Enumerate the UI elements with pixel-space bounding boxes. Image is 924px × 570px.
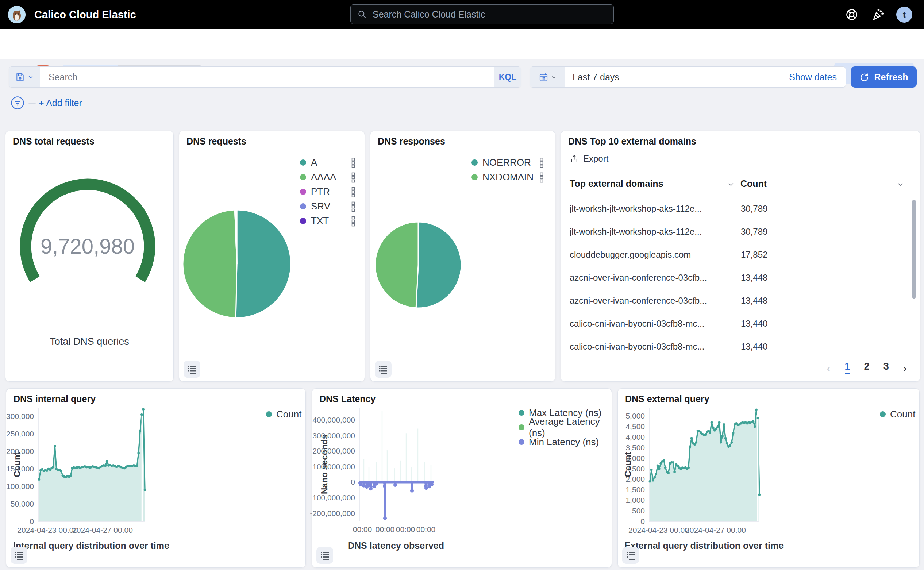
- panel-dns-internal-query: DNS internal query Count 300,000250,0002…: [6, 388, 306, 568]
- x-axis-title: Internal query distribution over time: [13, 541, 169, 551]
- area-chart[interactable]: 300,000250,000200,000150,000100,00050,00…: [38, 408, 145, 522]
- y-axis-tick: 300,000,000: [313, 431, 355, 440]
- legend-label: AAAA: [311, 172, 336, 183]
- refresh-icon: [860, 72, 869, 82]
- table-row[interactable]: azcni-over-ivan-conference-03cfb... 13,4…: [567, 267, 914, 290]
- chevron-down-icon[interactable]: [896, 181, 904, 189]
- legend-actions-icon[interactable]: [351, 216, 356, 228]
- page-number[interactable]: 2: [864, 361, 870, 374]
- legend-item[interactable]: Average Latency (ns): [519, 420, 611, 435]
- legend-actions-icon[interactable]: [540, 172, 544, 184]
- legend-toggle-icon[interactable]: [375, 361, 392, 378]
- legend-label: PTR: [311, 186, 330, 198]
- legend-item[interactable]: SRV: [300, 199, 356, 213]
- pie-legend: A AAAA PTR SRV: [300, 155, 356, 228]
- panel-title: DNS Top 10 external domains: [568, 136, 696, 147]
- search-icon: [357, 9, 367, 19]
- legend-item[interactable]: NXDOMAIN: [472, 170, 544, 184]
- legend-item[interactable]: AAAA: [300, 170, 356, 184]
- legend-item[interactable]: Count: [880, 407, 915, 421]
- legend-actions-icon[interactable]: [540, 158, 544, 170]
- table-body: jlt-worksh-jlt-workshop-aks-112e... 30,7…: [567, 198, 914, 359]
- y-axis-tick: 2,500: [625, 464, 645, 473]
- legend-item[interactable]: TXT: [300, 213, 356, 228]
- table-row[interactable]: jlt-worksh-jlt-workshop-aks-112e... 30,7…: [567, 198, 914, 221]
- time-range-value[interactable]: Last 7 days: [565, 67, 789, 87]
- page-number[interactable]: 3: [884, 361, 889, 374]
- legend-actions-icon[interactable]: [351, 172, 356, 184]
- chart-legend: Count: [880, 407, 915, 421]
- legend-actions-icon[interactable]: [351, 201, 356, 213]
- chart-legend: Max Latency (ns) Average Latency (ns) Mi…: [519, 405, 611, 449]
- gauge-chart[interactable]: [15, 173, 161, 294]
- y-axis-tick: 200,000: [6, 447, 34, 456]
- y-axis-tick: 4,500: [625, 422, 645, 431]
- latency-chart[interactable]: 400,000,000300,000,000200,000,000100,000…: [359, 408, 433, 521]
- count-cell: 17,852: [732, 244, 899, 266]
- panel-title: DNS internal query: [14, 394, 96, 405]
- legend-dot-icon: [519, 410, 524, 416]
- legend-label: NOERROR: [483, 157, 531, 168]
- legend-label: Count: [276, 409, 302, 420]
- kql-language-button[interactable]: KQL: [495, 67, 521, 87]
- x-axis-tick: 2024-04-23 00:00: [17, 526, 78, 535]
- filter-menu-icon[interactable]: [10, 96, 25, 112]
- table-scrollbar[interactable]: [912, 199, 916, 299]
- y-axis-tick: 2,000: [625, 475, 645, 484]
- y-axis-tick: 50,000: [11, 500, 34, 508]
- y-axis-tick: -100,000,000: [310, 493, 355, 502]
- pie-chart[interactable]: [374, 221, 462, 309]
- panel-dns-external-query: DNS external query Count 5,0004,5004,000…: [618, 388, 919, 568]
- count-cell: 13,448: [732, 290, 899, 312]
- dashboard-toolbar: c Dashboard DNS Dashboard Full screenSha…: [0, 29, 924, 59]
- table-row[interactable]: calico-cni-ivan-byocni-03cfb8-mc... 13,4…: [567, 313, 914, 336]
- legend-item[interactable]: A: [300, 155, 356, 170]
- column-header-count[interactable]: Count: [740, 178, 767, 189]
- legend-toggle-icon[interactable]: [184, 361, 200, 378]
- column-header-domains[interactable]: Top external domains: [570, 178, 664, 189]
- x-axis-title: External query distribution over time: [624, 541, 783, 551]
- legend-actions-icon[interactable]: [351, 187, 356, 199]
- table-row[interactable]: calico-cni-ivan-byocni-03cfb8-mc... 13,4…: [567, 336, 914, 359]
- datepicker-menu[interactable]: [530, 67, 565, 87]
- legend-toggle-icon[interactable]: [622, 547, 639, 564]
- table-row[interactable]: jlt-worksh-jlt-workshop-aks-112e... 30,7…: [567, 221, 914, 244]
- pie-chart[interactable]: [182, 209, 291, 319]
- saved-query-menu[interactable]: [9, 67, 40, 87]
- help-icon[interactable]: [844, 6, 860, 23]
- legend-toggle-icon[interactable]: [11, 547, 28, 564]
- chart-legend: Count: [266, 407, 302, 421]
- domain-cell: calico-cni-ivan-byocni-03cfb8-mc...: [570, 336, 704, 358]
- legend-toggle-icon[interactable]: [316, 547, 333, 564]
- refresh-button[interactable]: Refresh: [851, 66, 917, 87]
- global-search-input[interactable]: [372, 9, 607, 20]
- calico-logo-icon[interactable]: [8, 6, 26, 23]
- table-row[interactable]: azcni-over-ivan-conference-03cfb... 13,4…: [567, 290, 914, 313]
- table-row[interactable]: clouddebugger.googleapis.com 17,852: [567, 244, 914, 267]
- news-party-popper-icon[interactable]: [870, 6, 886, 23]
- legend-item[interactable]: Count: [266, 407, 302, 421]
- legend-label: A: [311, 157, 317, 168]
- export-button[interactable]: Export: [570, 154, 608, 164]
- legend-dot-icon: [472, 174, 478, 180]
- page-number[interactable]: 1: [845, 361, 850, 374]
- count-cell: 13,448: [732, 267, 899, 289]
- chevron-down-icon[interactable]: [727, 181, 735, 189]
- legend-label: NXDOMAIN: [483, 172, 533, 183]
- legend-actions-icon[interactable]: [351, 158, 356, 170]
- global-search[interactable]: [350, 5, 614, 24]
- show-dates-button[interactable]: Show dates: [789, 67, 846, 87]
- y-axis-tick: 0: [351, 478, 355, 486]
- legend-dot-icon: [266, 411, 272, 417]
- user-avatar[interactable]: t: [896, 6, 912, 23]
- query-input[interactable]: [40, 67, 495, 87]
- y-axis-tick: 3,500: [625, 443, 645, 452]
- next-page-icon[interactable]: ›: [903, 362, 907, 374]
- legend-item[interactable]: Min Latency (ns): [519, 435, 611, 449]
- add-filter-button[interactable]: + Add filter: [39, 98, 82, 108]
- legend-item[interactable]: NOERROR: [472, 155, 544, 170]
- legend-item[interactable]: PTR: [300, 184, 356, 199]
- export-icon: [570, 154, 579, 164]
- previous-page-icon[interactable]: ‹: [827, 362, 831, 374]
- area-chart[interactable]: 5,0004,5004,0003,5003,0002,5002,0001,500…: [649, 408, 759, 522]
